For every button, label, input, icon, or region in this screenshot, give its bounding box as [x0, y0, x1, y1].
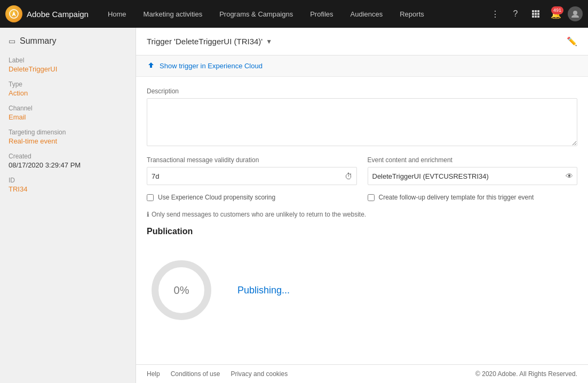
svg-rect-1 — [532, 10, 534, 12]
experience-cloud-link-text: Show trigger in Experience Cloud — [160, 62, 263, 70]
brand-name: Adobe Campaign — [27, 10, 89, 19]
publication-title: Publication — [147, 227, 577, 236]
footer-help[interactable]: Help — [147, 370, 160, 378]
clock-icon: ⏱ — [345, 172, 353, 181]
sidebar-targeting-field: Targeting dimension Real-time event — [9, 129, 127, 145]
info-icon: ℹ — [147, 211, 149, 218]
main-header: Trigger 'DeleteTriggerUI (TRI34)' ▼ ✏️ — [136, 28, 588, 55]
show-trigger-experience-cloud[interactable]: Show trigger in Experience Cloud — [136, 55, 588, 77]
validity-input-wrapper: ⏱ — [147, 167, 357, 185]
nav-right-actions: ⋮ ? 🔔 491 — [487, 5, 583, 22]
nav-programs[interactable]: Programs & Campaigns — [211, 0, 301, 28]
svg-rect-9 — [537, 15, 539, 18]
footer-conditions[interactable]: Conditions of use — [171, 370, 220, 378]
propensity-checkbox[interactable] — [147, 194, 154, 201]
page-footer: Help Conditions of use Privacy and cooki… — [136, 364, 588, 383]
footer-copyright: © 2020 Adobe. All Rights Reserved. — [475, 370, 577, 378]
notification-badge: 491 — [551, 6, 563, 14]
followup-col: Create follow-up delivery template for t… — [368, 194, 578, 205]
followup-checkbox[interactable] — [368, 194, 375, 201]
publication-section: Publication 0% Publishing. — [147, 227, 577, 336]
footer-links: Help Conditions of use Privacy and cooki… — [147, 370, 288, 378]
brand-logo[interactable]: Adobe Campaign — [5, 5, 89, 22]
more-options-button[interactable]: ⋮ — [487, 5, 504, 22]
main-content: Trigger 'DeleteTriggerUI (TRI34)' ▼ ✏️ S… — [136, 28, 588, 383]
sidebar-label-field: Label DeleteTriggerUI — [9, 57, 127, 73]
svg-rect-2 — [535, 10, 537, 12]
propensity-checkbox-row: Use Experience Cloud propensity scoring — [147, 194, 357, 201]
page-body: ▭ Summary Label DeleteTriggerUI Type Act… — [0, 28, 588, 383]
svg-rect-5 — [535, 13, 537, 15]
svg-rect-4 — [532, 13, 534, 15]
edit-button[interactable]: ✏️ — [567, 36, 577, 46]
user-avatar[interactable] — [568, 6, 583, 21]
apps-button[interactable] — [527, 5, 544, 22]
sidebar-channel-field: Channel Email — [9, 105, 127, 121]
event-content-input-wrapper: 👁 — [368, 167, 578, 185]
top-navigation: Adobe Campaign Home Marketing activities… — [0, 0, 588, 28]
nav-audiences[interactable]: Audiences — [342, 0, 392, 28]
sidebar-type-field: Type Action — [9, 81, 127, 97]
info-text-content: Only send messages to customers who are … — [152, 211, 366, 218]
main-nav: Home Marketing activities Programs & Cam… — [99, 0, 487, 28]
sidebar-title: ▭ Summary — [9, 36, 127, 46]
description-group: Description — [147, 87, 577, 148]
publication-area: 0% Publishing... — [147, 245, 577, 336]
nav-reports[interactable]: Reports — [391, 0, 433, 28]
description-textarea[interactable] — [147, 98, 577, 146]
sidebar-created-field: Created 08/17/2020 3:29:47 PM — [9, 153, 127, 169]
svg-rect-3 — [537, 10, 539, 12]
content-area: Show trigger in Experience Cloud Descrip… — [136, 55, 588, 364]
propensity-col: Use Experience Cloud propensity scoring — [147, 194, 357, 205]
help-button[interactable]: ? — [507, 5, 524, 22]
sidebar-id-field: ID TRI34 — [9, 177, 127, 193]
nav-home[interactable]: Home — [99, 0, 135, 28]
description-label: Description — [147, 87, 577, 95]
publication-progress-chart: 0% — [147, 256, 216, 325]
event-content-col: Event content and enrichment 👁 — [368, 156, 578, 185]
form-area: Description Transactional message validi… — [136, 77, 588, 346]
trigger-title-bar: Trigger 'DeleteTriggerUI (TRI34)' ▼ — [147, 37, 272, 46]
svg-rect-7 — [532, 15, 534, 18]
adobe-logo-icon — [5, 5, 22, 22]
footer-privacy[interactable]: Privacy and cookies — [231, 370, 288, 378]
validity-col: Transactional message validity duration … — [147, 156, 357, 185]
validity-label: Transactional message validity duration — [147, 156, 357, 164]
followup-checkbox-row: Create follow-up delivery template for t… — [368, 194, 578, 201]
event-content-label: Event content and enrichment — [368, 156, 578, 164]
event-content-input[interactable] — [368, 167, 578, 185]
validity-event-row: Transactional message validity duration … — [147, 156, 577, 185]
progress-percent: 0% — [174, 284, 189, 297]
followup-label: Create follow-up delivery template for t… — [379, 194, 534, 201]
summary-sidebar: ▭ Summary Label DeleteTriggerUI Type Act… — [0, 28, 136, 383]
experience-cloud-icon — [147, 61, 155, 71]
dropdown-caret-icon[interactable]: ▼ — [266, 38, 272, 45]
info-text-row: ℹ Only send messages to customers who ar… — [147, 211, 577, 218]
nav-marketing[interactable]: Marketing activities — [135, 0, 211, 28]
publishing-status: Publishing... — [237, 285, 290, 296]
svg-rect-6 — [537, 13, 539, 15]
svg-rect-8 — [535, 15, 537, 18]
svg-point-10 — [573, 11, 577, 15]
notifications-button[interactable]: 🔔 491 — [547, 5, 565, 22]
validity-input[interactable] — [147, 167, 357, 185]
trigger-name-label: Trigger 'DeleteTriggerUI (TRI34)' — [147, 37, 263, 46]
summary-icon: ▭ — [9, 37, 15, 45]
checkboxes-row: Use Experience Cloud propensity scoring … — [147, 194, 577, 205]
nav-profiles[interactable]: Profiles — [301, 0, 341, 28]
eye-icon[interactable]: 👁 — [566, 172, 573, 180]
propensity-label: Use Experience Cloud propensity scoring — [158, 194, 275, 201]
